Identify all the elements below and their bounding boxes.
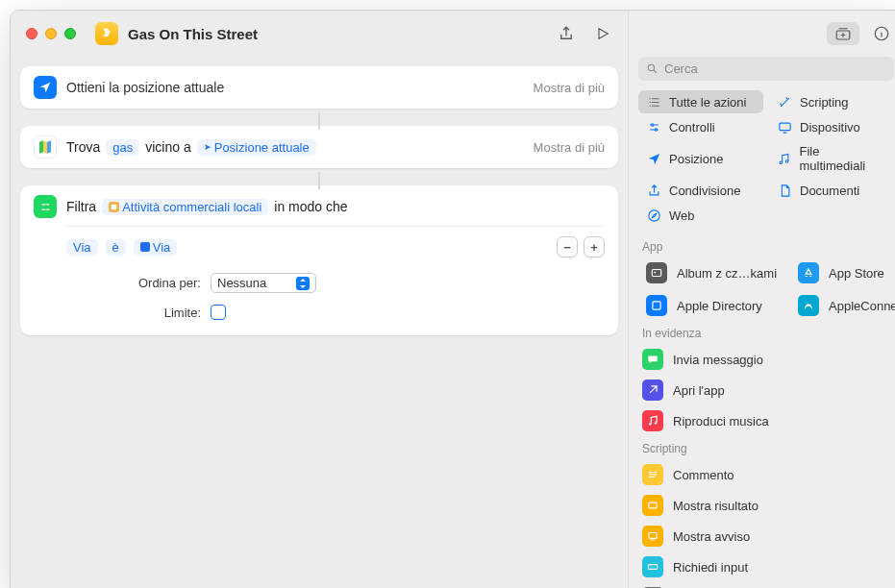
section-list: Invia messaggioApri l'appRiproduci music… xyxy=(629,344,895,436)
filter-field-token[interactable]: Via xyxy=(66,239,98,256)
filter-value-token[interactable]: Via xyxy=(134,239,178,256)
share-button[interactable] xyxy=(557,24,576,43)
filter-subject-token[interactable]: Attività commerciali locali xyxy=(102,199,268,215)
filter-op-token[interactable]: è xyxy=(106,239,126,256)
filter-icon xyxy=(34,195,57,218)
sort-row: Ordina per: Nessuna xyxy=(66,267,605,299)
library-item[interactable]: App Store xyxy=(790,257,895,288)
category-label: Documenti xyxy=(800,184,859,198)
remove-condition-button[interactable]: − xyxy=(557,236,578,257)
svg-rect-21 xyxy=(649,533,657,539)
connect-icon xyxy=(798,295,819,316)
category-scripting[interactable]: Scripting xyxy=(769,90,894,113)
location-arrow-icon xyxy=(34,76,57,99)
library-item[interactable]: Mostra risultato xyxy=(634,490,895,521)
svg-point-16 xyxy=(654,272,656,274)
workflow-editor[interactable]: Ottieni la posizione attuale Mostra di p… xyxy=(11,57,628,588)
category-dispositivo[interactable]: Dispositivo xyxy=(769,115,894,138)
svg-rect-11 xyxy=(779,123,789,131)
svg-rect-20 xyxy=(649,502,657,508)
category-tutte-le-azioni[interactable]: Tutte le azioni xyxy=(638,90,763,113)
photo-icon xyxy=(646,262,667,283)
svg-point-13 xyxy=(786,159,789,162)
display-icon xyxy=(777,119,792,135)
run-button[interactable] xyxy=(593,24,612,43)
item-label: Apple Directory xyxy=(677,299,762,313)
library-button[interactable] xyxy=(827,22,859,45)
sort-label: Ordina per: xyxy=(66,276,201,290)
filter-prefix: Filtra xyxy=(66,199,96,214)
library-item[interactable]: Invia messaggio xyxy=(634,344,895,375)
category-label: Dispositivo xyxy=(800,120,860,135)
library-item[interactable]: Apple Directory xyxy=(638,290,784,321)
filter-body: Via è Via − + Ordina per: Nessuna xyxy=(34,218,605,326)
maps-icon xyxy=(34,135,57,159)
action-find-maps[interactable]: Trova gas vicino a Posizione attuale Mos… xyxy=(20,126,618,168)
minimize-window-button[interactable] xyxy=(45,28,57,39)
item-label: App Store xyxy=(829,266,884,281)
info-button[interactable] xyxy=(873,25,890,42)
category-label: File multimediali xyxy=(800,144,886,173)
library-item[interactable]: Album z cz…kami xyxy=(638,257,784,288)
item-label: Commento xyxy=(673,468,734,482)
category-file-multimediali[interactable]: File multimediali xyxy=(769,140,894,177)
search-term-token[interactable]: gas xyxy=(106,139,139,156)
zoom-window-button[interactable] xyxy=(64,28,76,39)
item-label: Apri l'app xyxy=(673,383,725,398)
message-icon xyxy=(642,349,663,370)
near-label: vicino a xyxy=(145,139,190,155)
library-item[interactable]: Riproduci musica xyxy=(634,405,895,436)
limit-label: Limite: xyxy=(66,306,201,320)
appstore-icon xyxy=(798,262,819,283)
search-icon xyxy=(646,62,659,75)
music-icon xyxy=(777,151,792,166)
category-documenti[interactable]: Documenti xyxy=(769,179,894,202)
rect2-icon xyxy=(642,526,663,547)
action-filter[interactable]: Filtra Attività commerciali locali in mo… xyxy=(20,185,618,335)
item-label: Richiedi input xyxy=(673,560,748,575)
item-label: Riproduci musica xyxy=(673,414,769,429)
add-condition-button[interactable]: + xyxy=(584,236,605,257)
category-posizione[interactable]: Posizione xyxy=(638,140,763,177)
item-label: Mostra risultato xyxy=(673,499,758,513)
category-controlli[interactable]: Controlli xyxy=(638,115,763,138)
dir-icon xyxy=(646,295,667,316)
titlebar: Gas On This Street xyxy=(11,11,628,57)
show-more-link[interactable]: Mostra di più xyxy=(534,81,605,95)
close-window-button[interactable] xyxy=(26,28,37,39)
action-title: Ottieni la posizione attuale xyxy=(66,80,224,95)
sidebar-toolbar xyxy=(629,11,895,57)
library-item[interactable]: Richiedi input xyxy=(634,551,895,582)
category-condivisione[interactable]: Condivisione xyxy=(638,179,763,202)
show-more-link[interactable]: Mostra di più xyxy=(534,140,605,155)
action-get-location[interactable]: Ottieni la posizione attuale Mostra di p… xyxy=(20,66,618,109)
safari-icon xyxy=(646,208,661,223)
search-placeholder: Cerca xyxy=(664,61,698,76)
section-header: Scripting xyxy=(629,436,895,459)
rect-icon xyxy=(642,495,663,516)
main-panel: Gas On This Street Ottieni la posizione … xyxy=(11,11,628,588)
item-label: Mostra avviso xyxy=(673,529,750,544)
svg-rect-15 xyxy=(652,270,660,277)
library-item[interactable]: Conteggio xyxy=(634,582,895,588)
svg-rect-22 xyxy=(648,565,657,570)
find-prefix: Trova xyxy=(66,139,100,155)
sort-select[interactable]: Nessuna xyxy=(211,273,316,293)
limit-row: Limite: xyxy=(66,299,605,326)
chevron-updown-icon xyxy=(296,277,310,290)
search-field[interactable]: Cerca xyxy=(638,57,894,81)
library-item[interactable]: Mostra avviso xyxy=(634,521,895,551)
list-icon xyxy=(646,94,661,110)
category-label: Controlli xyxy=(669,120,715,135)
category-label: Posizione xyxy=(669,152,723,166)
location-variable-token[interactable]: Posizione attuale xyxy=(197,139,316,156)
limit-checkbox[interactable] xyxy=(211,305,226,320)
category-label: Scripting xyxy=(800,95,849,110)
location-icon xyxy=(646,151,661,166)
library-item[interactable]: Apri l'app xyxy=(634,375,895,405)
svg-point-12 xyxy=(780,161,783,164)
library-item[interactable]: AppleConnect xyxy=(790,290,895,321)
category-web[interactable]: Web xyxy=(638,204,763,227)
svg-rect-17 xyxy=(653,302,660,309)
library-item[interactable]: Commento xyxy=(634,459,895,490)
